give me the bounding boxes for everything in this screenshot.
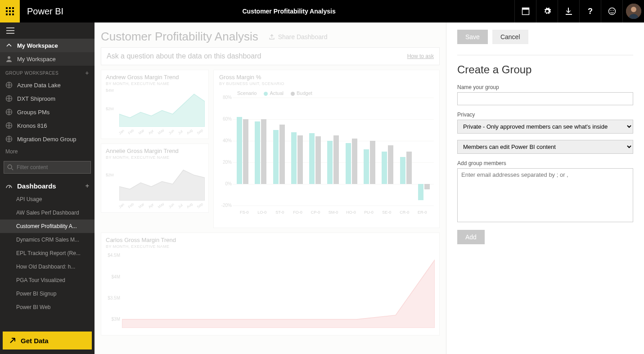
top-title: Customer Profitability Analysis <box>63 8 514 15</box>
sidebar-dashboard-item[interactable]: How Old Dashboard: h... <box>0 260 95 273</box>
search-icon <box>7 164 14 170</box>
download-icon <box>565 7 573 15</box>
smile-icon <box>608 7 616 15</box>
sidebar-dashboard-item[interactable]: EPL Tracking Report (Re... <box>0 246 95 260</box>
svg-point-11 <box>608 8 615 15</box>
carlos-chart: $3M$3.5M$4M$4.5M <box>106 251 435 332</box>
page-title: Customer Profitability Analysis <box>101 30 258 44</box>
sidebar-group-item[interactable]: Azure Data Lake <box>0 78 95 92</box>
top-bar: Power BI Customer Profitability Analysis… <box>0 0 644 22</box>
permission-select[interactable]: Members can edit Power BI content <box>457 140 633 154</box>
sidebar-dashboard-item[interactable]: Dynamics CRM Sales M... <box>0 233 95 246</box>
tile-title: Gross Margin % <box>219 74 434 81</box>
members-label: Add group members <box>457 160 633 166</box>
person-icon <box>5 55 13 63</box>
privacy-select[interactable]: Private - Only approved members can see … <box>457 120 633 134</box>
top-icons: ? <box>514 0 644 22</box>
add-button[interactable]: Add <box>457 230 485 244</box>
help-button[interactable]: ? <box>579 0 601 22</box>
svg-rect-6 <box>6 13 8 15</box>
sidebar-my-workspace-header[interactable]: My Workspace <box>0 39 95 52</box>
tile-subtitle: BY MONTH, EXECUTIVE NAME <box>106 244 435 249</box>
gear-icon <box>543 7 551 15</box>
svg-rect-3 <box>6 10 8 12</box>
sidebar-label: My Workspace <box>17 42 58 49</box>
sidebar-label: My Workspace <box>17 56 56 63</box>
qa-input[interactable] <box>107 52 407 60</box>
svg-rect-2 <box>12 7 14 9</box>
fullscreen-icon <box>522 7 530 15</box>
add-dashboard-button[interactable]: + <box>86 182 89 189</box>
tile-gross-margin[interactable]: Gross Margin % BY BUSINESS UNIT, SCENARI… <box>213 70 440 228</box>
sidebar-dashboard-item[interactable]: API Usage <box>0 193 95 206</box>
sidebar-dashboard-item[interactable]: AW Sales Perf Dashboard <box>0 206 95 220</box>
svg-point-12 <box>610 10 611 11</box>
qa-box: How to ask <box>101 47 440 65</box>
svg-point-16 <box>8 56 10 59</box>
app-launcher-button[interactable] <box>0 0 20 22</box>
members-textarea[interactable] <box>457 168 633 222</box>
tile-annelie[interactable]: Annelie Gross Margin Trend BY MONTH, EXE… <box>101 143 209 213</box>
share-icon <box>268 33 275 40</box>
tile-subtitle: BY BUSINESS UNIT, SCENARIO <box>219 81 434 86</box>
svg-rect-5 <box>12 10 14 12</box>
brand-label: Power BI <box>27 6 63 17</box>
tile-title: Carlos Gross Margin Trend <box>106 237 435 243</box>
sidebar-more[interactable]: More <box>0 146 95 157</box>
get-data-button[interactable]: Get Data <box>3 332 92 350</box>
create-group-panel: Save Cancel Create a Group Name your gro… <box>446 22 644 354</box>
cancel-button[interactable]: Cancel <box>492 30 528 44</box>
sidebar-dashboard-item[interactable]: PGA Tour Visualized <box>0 273 95 287</box>
panel-title: Create a Group <box>457 63 633 76</box>
svg-point-13 <box>612 10 613 11</box>
download-button[interactable] <box>558 0 579 22</box>
tile-title: Annelie Gross Margin Trend <box>106 148 204 154</box>
save-button[interactable]: Save <box>457 30 488 44</box>
sidebar: My Workspace My Workspace GROUP WORKSPAC… <box>0 22 95 354</box>
sidebar-group-item[interactable]: Migration Demo Group <box>0 132 95 146</box>
sidebar-dashboard-item[interactable]: Customer Profitability A... <box>0 220 95 233</box>
chart-legend: Scenario Actual Budget <box>237 90 434 96</box>
tile-andrew[interactable]: Andrew Gross Margin Trend BY MONTH, EXEC… <box>101 70 209 139</box>
andrew-chart: $2M$4MJanFebMarAprMayJunJulAugSep <box>106 89 204 136</box>
avatar-button[interactable] <box>622 0 644 22</box>
sidebar-toggle[interactable] <box>0 22 95 39</box>
group-name-input[interactable] <box>457 92 633 105</box>
sidebar-my-workspace-item[interactable]: My Workspace <box>0 52 95 66</box>
svg-rect-0 <box>6 7 8 9</box>
settings-button[interactable] <box>536 0 558 22</box>
globe-icon <box>5 122 13 129</box>
fullscreen-button[interactable] <box>514 0 536 22</box>
waffle-icon <box>6 7 14 15</box>
tile-title: Andrew Gross Margin Trend <box>106 74 204 81</box>
tile-carlos[interactable]: Carlos Gross Margin Trend BY MONTH, EXEC… <box>101 233 440 336</box>
add-group-button[interactable]: + <box>85 69 89 76</box>
sidebar-filter <box>4 161 91 174</box>
annelie-chart: $2MJanFebMarAprMayJunJulAugSep <box>106 162 204 210</box>
sidebar-dashboard-item[interactable]: Power BI Web <box>0 300 95 314</box>
gauge-icon <box>5 182 13 189</box>
sidebar-group-item[interactable]: Kronos 816 <box>0 119 95 132</box>
tile-subtitle: BY MONTH, EXECUTIVE NAME <box>106 155 204 160</box>
globe-icon <box>5 135 13 143</box>
feedback-button[interactable] <box>601 0 622 22</box>
gross-margin-chart: -20%0%20%40%60%80%FS-0LO-0ST-0FO-0CP-0SM… <box>233 98 434 215</box>
svg-point-22 <box>8 165 12 169</box>
sidebar-group-item[interactable]: Groups PMs <box>0 105 95 119</box>
hamburger-icon <box>6 27 14 34</box>
sidebar-group-item[interactable]: DXT Shiproom <box>0 92 95 105</box>
svg-rect-4 <box>9 10 11 12</box>
qa-help-link[interactable]: How to ask <box>407 53 434 59</box>
svg-point-15 <box>631 7 636 12</box>
globe-icon <box>5 81 13 89</box>
privacy-label: Privacy <box>457 112 633 118</box>
filter-input[interactable] <box>4 161 91 174</box>
main-canvas: Customer Profitability Analysis Share Da… <box>95 22 446 354</box>
chevron-up-icon <box>5 42 13 49</box>
globe-icon <box>5 95 13 102</box>
share-dashboard-link[interactable]: Share Dashboard <box>268 33 328 40</box>
sidebar-dashboard-item[interactable]: Power BI Signup <box>0 287 95 300</box>
svg-rect-10 <box>522 8 529 10</box>
avatar-icon <box>626 4 641 19</box>
sidebar-dashboards-header[interactable]: Dashboards + <box>0 179 95 193</box>
